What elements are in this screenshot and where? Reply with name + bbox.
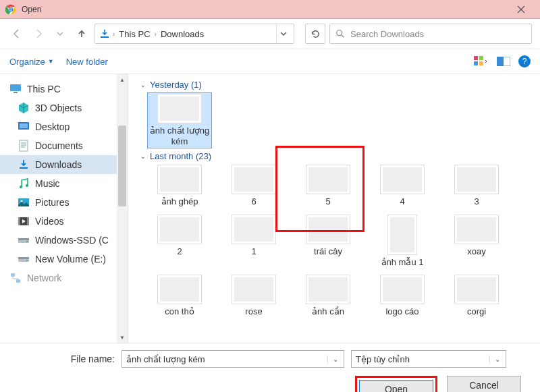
- file-content-area[interactable]: ⌄Yesterday (1)ảnh chất lượng kém⌄Last mo…: [128, 74, 540, 343]
- file-item[interactable]: corgi: [444, 274, 509, 318]
- file-item[interactable]: logo cáo: [370, 274, 435, 318]
- search-icon: [335, 29, 345, 38]
- close-button[interactable]: [508, 0, 535, 19]
- svg-point-28: [26, 241, 28, 242]
- svg-rect-8: [479, 56, 483, 60]
- svg-rect-30: [18, 257, 29, 259]
- svg-rect-14: [14, 92, 18, 93]
- svg-rect-17: [20, 140, 28, 151]
- help-button[interactable]: ?: [518, 55, 531, 67]
- recent-dropdown[interactable]: [51, 25, 69, 43]
- titlebar: Open: [0, 0, 540, 19]
- sidebar-item-network[interactable]: Network: [0, 269, 128, 287]
- file-name-label: 1: [251, 246, 256, 257]
- file-item[interactable]: 4: [370, 164, 435, 208]
- sidebar-item-label: 3D Objects: [35, 103, 82, 113]
- sidebar-item-videos[interactable]: Videos: [0, 212, 128, 231]
- search-box[interactable]: Search Downloads: [329, 24, 532, 44]
- file-item[interactable]: 3: [444, 164, 509, 208]
- file-item[interactable]: ảnh cần: [296, 274, 360, 318]
- sidebar-item-label: Downloads: [35, 159, 82, 170]
- sidebar-item-downloads[interactable]: Downloads: [0, 155, 128, 174]
- forward-button[interactable]: [30, 25, 47, 43]
- file-item[interactable]: xoay: [444, 214, 509, 269]
- sidebar-item-label: New Volume (E:): [35, 254, 106, 264]
- file-item[interactable]: trái cây: [296, 214, 360, 269]
- file-name-label: ảnh cần: [312, 306, 344, 317]
- file-thumbnail: [381, 275, 424, 304]
- file-name-label: 6: [251, 196, 256, 207]
- file-thumbnail: [381, 165, 424, 194]
- sidebar-item-pictures[interactable]: Pictures: [0, 193, 128, 212]
- group-header-label: Yesterday (1): [150, 80, 202, 90]
- file-thumbnail: [455, 165, 498, 194]
- bottom-panel: File name: ảnh chất lượng kém ⌄ Tệp tùy …: [0, 343, 540, 392]
- file-grid: ảnh ghép654321trái câyảnh mẫu 1xoaycon t…: [135, 164, 533, 318]
- chrome-icon: [5, 4, 16, 15]
- address-dropdown[interactable]: [276, 24, 290, 43]
- file-thumbnail: [306, 215, 350, 244]
- svg-rect-12: [497, 57, 504, 66]
- cancel-button[interactable]: Cancel: [447, 376, 521, 392]
- sidebar-item-music[interactable]: Music: [0, 174, 128, 193]
- file-item[interactable]: 5: [296, 164, 360, 208]
- file-item[interactable]: 2: [147, 214, 212, 269]
- sidebar-item-windows-ssd-c[interactable]: Windows-SSD (C: [0, 231, 128, 250]
- drive-icon: [18, 253, 30, 265]
- file-name-combobox[interactable]: ảnh chất lượng kém ⌄: [122, 350, 344, 368]
- toolbar: Organize ▼ New folder ?: [0, 49, 540, 74]
- breadcrumb-downloads[interactable]: Downloads: [159, 29, 205, 39]
- file-item[interactable]: con thỏ: [147, 274, 212, 318]
- new-folder-button[interactable]: New folder: [66, 57, 108, 67]
- file-thumbnail: [455, 275, 498, 304]
- music-icon: [18, 177, 30, 190]
- svg-rect-10: [479, 61, 483, 65]
- chevron-down-icon: ⌄: [327, 356, 340, 363]
- address-bar[interactable]: › This PC › Downloads: [94, 24, 294, 44]
- sidebar-item-3d-objects[interactable]: 3D Objects: [0, 99, 128, 117]
- scroll-down-icon[interactable]: ▼: [117, 332, 128, 343]
- sidebar-item-label: Pictures: [35, 197, 70, 208]
- file-thumbnail: [158, 94, 201, 123]
- file-name-label: trái cây: [314, 246, 342, 257]
- file-thumbnail: [232, 215, 275, 244]
- up-button[interactable]: [73, 25, 90, 43]
- svg-rect-18: [20, 167, 28, 169]
- sidebar-item-desktop[interactable]: Desktop: [0, 117, 128, 136]
- view-mode-button[interactable]: [473, 53, 489, 69]
- group-header[interactable]: ⌄Last month (23): [140, 151, 533, 161]
- file-item[interactable]: ảnh chất lượng kém: [147, 92, 212, 148]
- file-item[interactable]: rose: [221, 274, 286, 318]
- svg-rect-13: [10, 84, 21, 91]
- back-button[interactable]: [8, 25, 26, 43]
- file-name-label: xoay: [467, 246, 485, 257]
- scroll-thumb[interactable]: [118, 125, 126, 206]
- file-type-combobox[interactable]: Tệp tùy chỉnh ⌄: [351, 350, 506, 368]
- organize-menu[interactable]: Organize ▼: [9, 57, 54, 67]
- file-name-label: 4: [400, 196, 404, 207]
- open-button[interactable]: Open: [359, 380, 433, 392]
- scroll-up-icon[interactable]: ▲: [117, 74, 128, 85]
- file-name-label: logo cáo: [385, 306, 418, 317]
- svg-rect-24: [18, 217, 20, 225]
- sidebar-scrollbar[interactable]: ▲ ▼: [117, 74, 128, 343]
- file-name-label: rose: [245, 306, 262, 317]
- refresh-button[interactable]: [305, 24, 325, 44]
- group-header[interactable]: ⌄Yesterday (1): [140, 80, 533, 90]
- chevron-right-icon: ›: [113, 30, 115, 38]
- breadcrumb-this-pc[interactable]: This PC: [117, 29, 151, 39]
- file-item[interactable]: ảnh mẫu 1: [370, 214, 435, 269]
- sidebar-item-new-volume-e-[interactable]: New Volume (E:): [0, 250, 128, 269]
- file-type-value: Tệp tùy chỉnh: [356, 354, 489, 364]
- svg-point-6: [337, 30, 342, 36]
- file-item[interactable]: ảnh ghép: [147, 164, 212, 208]
- doc-icon: [18, 140, 30, 152]
- sidebar-item-this-pc[interactable]: This PC: [0, 80, 128, 99]
- svg-rect-25: [27, 217, 29, 225]
- file-item[interactable]: 6: [221, 164, 286, 208]
- sidebar-item-documents[interactable]: Documents: [0, 136, 128, 155]
- file-thumbnail: [158, 275, 201, 304]
- preview-pane-button[interactable]: [495, 53, 512, 69]
- file-name-label: ảnh chất lượng kém: [149, 125, 210, 146]
- file-item[interactable]: 1: [221, 214, 286, 269]
